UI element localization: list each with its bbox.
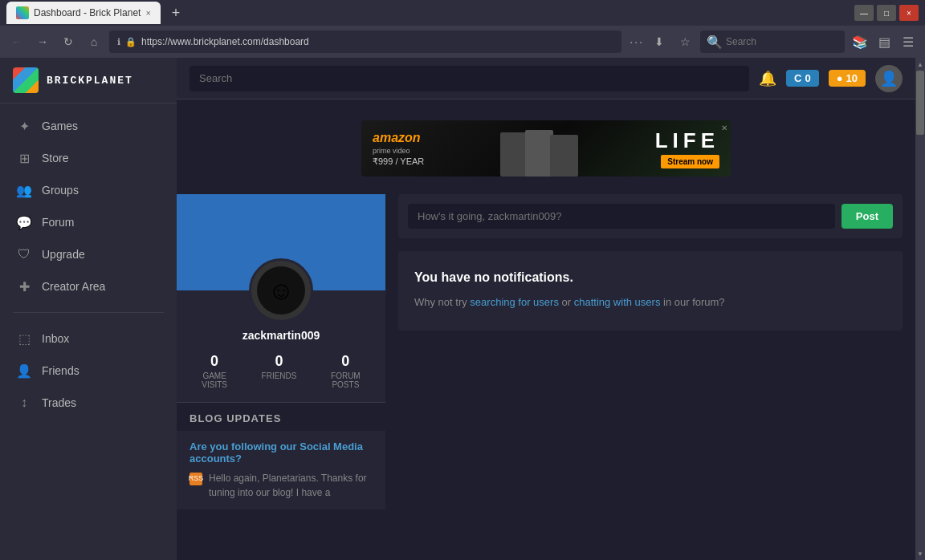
user-avatar-button[interactable]: 👤 xyxy=(875,65,903,92)
currency-blue-value: 0 xyxy=(805,72,810,84)
sidebar-item-label-inbox: Inbox xyxy=(42,332,69,345)
logo-icon xyxy=(13,67,39,93)
sidebar-item-inbox[interactable]: ⬚ Inbox xyxy=(0,323,177,355)
post-box: Post xyxy=(398,194,903,238)
browser-search-bar[interactable]: 🔍 xyxy=(700,30,845,53)
groups-icon: 👥 xyxy=(16,182,32,198)
library-button[interactable]: 📚 xyxy=(850,31,870,52)
sidebar-item-label-store: Store xyxy=(42,152,68,164)
profile-card: ☺ zackmartin009 0 GAMEVISITS xyxy=(177,194,385,403)
sidebar-item-label-trades: Trades xyxy=(42,396,76,409)
scroll-thumb[interactable] xyxy=(916,71,924,135)
store-icon: ⊞ xyxy=(16,150,32,166)
inbox-icon: ⬚ xyxy=(16,331,32,347)
pocket-button[interactable]: ⬇ xyxy=(649,31,670,52)
sidebar: BRICKPLANET ✦ Games ⊞ Store 👥 xyxy=(0,58,177,560)
blog-section: BLOG UPDATES Are you following our Socia… xyxy=(177,403,385,509)
maximize-button[interactable]: □ xyxy=(877,5,896,21)
sidebar-item-store[interactable]: ⊞ Store xyxy=(0,142,177,174)
sidebar-item-games[interactable]: ✦ Games xyxy=(0,110,177,142)
browser-scrollbar[interactable]: ▲ ▼ xyxy=(915,58,925,560)
ad-cta-button[interactable]: Stream now xyxy=(661,155,719,168)
ad-close-button[interactable]: ✕ xyxy=(721,124,727,132)
forward-button[interactable]: → xyxy=(32,31,53,52)
minimize-button[interactable]: — xyxy=(854,5,874,21)
post-input[interactable] xyxy=(408,204,835,229)
tab-title: Dashboard - Brick Planet xyxy=(34,7,141,18)
menu-button[interactable]: ☰ xyxy=(898,31,919,52)
lock-icon: 🔒 xyxy=(125,37,137,47)
rss-icon: RSS xyxy=(189,473,202,485)
blog-section-title: BLOG UPDATES xyxy=(177,412,385,431)
ad-subtitle: prime video xyxy=(373,147,424,155)
sidebar-item-label-games: Games xyxy=(42,120,78,132)
ad-title: LIFE xyxy=(655,128,719,153)
site-header: 🔔 C 0 ● 10 👤 xyxy=(177,58,915,99)
search-users-link[interactable]: searching for users xyxy=(470,296,559,308)
sidebar-item-label-creator: Creator Area xyxy=(42,280,105,293)
logo-area: BRICKPLANET xyxy=(0,58,177,103)
new-tab-button[interactable]: + xyxy=(167,5,185,22)
trades-icon: ↕ xyxy=(16,395,32,411)
avatar-face-icon: ☺ xyxy=(268,276,295,306)
sidebar-item-groups[interactable]: 👥 Groups xyxy=(0,174,177,206)
stat-game-visits: 0 GAMEVISITS xyxy=(202,353,227,389)
tab-favicon xyxy=(16,6,29,19)
sidebar-item-trades[interactable]: ↕ Trades xyxy=(0,387,177,419)
profile-avatar: ☺ xyxy=(249,258,313,323)
main-content: 🔔 C 0 ● 10 👤 xyxy=(177,58,915,560)
stat-game-visits-value: 0 xyxy=(202,353,227,370)
url-display[interactable]: https://www.brickplanet.com/dashboard xyxy=(141,36,309,47)
back-button[interactable]: ← xyxy=(6,31,27,52)
chat-users-link[interactable]: chatting with users xyxy=(574,296,661,308)
address-bar: ℹ 🔒 https://www.brickplanet.com/dashboar… xyxy=(109,30,621,53)
profile-username[interactable]: zackmartin009 xyxy=(177,323,385,347)
sidebar-item-label-friends: Friends xyxy=(42,364,79,377)
more-options-dots[interactable]: ··· xyxy=(630,35,644,48)
notif-body-middle: or xyxy=(559,296,574,308)
sidebar-item-label-forum: Forum xyxy=(42,216,74,229)
notifications-body: Why not try searching for users or chatt… xyxy=(414,294,886,311)
sidebar-item-label-groups: Groups xyxy=(42,184,79,197)
home-button[interactable]: ⌂ xyxy=(84,31,104,52)
logo-text: BRICKPLANET xyxy=(47,75,133,87)
sidebar-item-creator[interactable]: ✚ Creator Area xyxy=(0,270,177,302)
blog-card-body-text: Hello again, Planetarians. Thanks for tu… xyxy=(209,471,373,500)
stat-friends-label: FRIENDS xyxy=(262,371,297,380)
sidebar-item-upgrade[interactable]: 🛡 Upgrade xyxy=(0,238,177,270)
reload-button[interactable]: ↻ xyxy=(58,31,79,52)
bookmark-button[interactable]: ☆ xyxy=(674,31,695,52)
site-search-input[interactable] xyxy=(199,72,740,84)
stat-forum-posts-value: 0 xyxy=(331,353,361,370)
stat-game-visits-label: GAMEVISITS xyxy=(202,371,227,389)
scroll-track xyxy=(915,71,925,547)
sidebar-toggle-button[interactable]: ▤ xyxy=(874,31,894,52)
close-button[interactable]: × xyxy=(899,5,919,21)
forum-icon: 💬 xyxy=(16,214,32,230)
info-icon: ℹ xyxy=(117,37,120,47)
ad-price: ₹999 / YEAR xyxy=(373,156,424,167)
ad-banner: amazon prime video ₹999 / YEAR xyxy=(361,120,731,177)
scroll-up-arrow[interactable]: ▲ xyxy=(915,58,925,71)
stat-forum-posts-label: FORUMPOSTS xyxy=(331,371,361,389)
blog-card-title[interactable]: Are you following our Social Media accou… xyxy=(189,440,373,465)
notif-body-prefix: Why not try xyxy=(414,296,470,308)
sidebar-item-forum[interactable]: 💬 Forum xyxy=(0,206,177,238)
site-search[interactable] xyxy=(189,66,749,91)
notification-button[interactable]: 🔔 xyxy=(759,70,776,87)
browser-search-input[interactable] xyxy=(726,36,830,47)
currency-yellow-value: 10 xyxy=(846,72,858,84)
stat-friends-value: 0 xyxy=(262,353,297,370)
blog-card: Are you following our Social Media accou… xyxy=(177,431,385,509)
search-icon: 🔍 xyxy=(707,34,723,50)
creator-icon: ✚ xyxy=(16,278,32,294)
notifications-title: You have no notifications. xyxy=(414,270,886,285)
sidebar-item-friends[interactable]: 👤 Friends xyxy=(0,355,177,387)
tab-close-button[interactable]: × xyxy=(145,8,150,18)
currency-yellow-badge[interactable]: ● 10 xyxy=(829,70,866,87)
post-button[interactable]: Post xyxy=(841,204,893,229)
currency-blue-badge[interactable]: C 0 xyxy=(786,70,819,87)
scroll-down-arrow[interactable]: ▼ xyxy=(915,547,925,560)
sidebar-item-label-upgrade: Upgrade xyxy=(42,248,85,261)
friends-icon: 👤 xyxy=(16,363,32,379)
